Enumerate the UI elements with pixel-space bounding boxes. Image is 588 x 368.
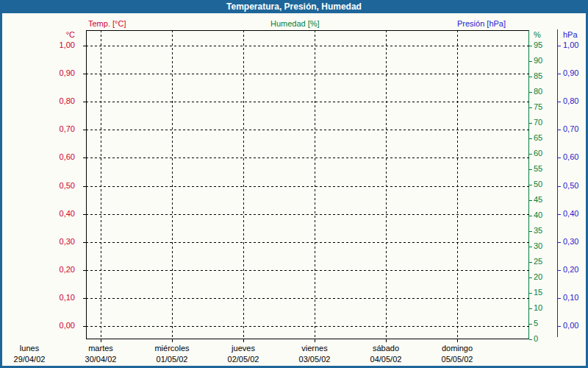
x-axis-tick	[101, 339, 101, 342]
humidity-tick-label: 30	[534, 241, 585, 251]
humidity-axis-tick	[529, 262, 532, 263]
legend-humidity: Humedad [%]	[270, 18, 320, 29]
y-gridline	[86, 298, 529, 299]
humidity-tick-label: 0	[534, 334, 585, 344]
temp-axis-tick	[83, 214, 86, 215]
humidity-axis-tick	[529, 185, 532, 185]
humidity-axis-tick	[529, 123, 532, 124]
x-gridline	[315, 30, 315, 339]
temp-tick-label: 0,10	[24, 293, 75, 302]
temp-tick-label: 0,40	[24, 209, 75, 219]
humidity-tick-label: 90	[534, 56, 585, 66]
temp-axis-tick	[83, 242, 86, 243]
left-axis-unit: °C	[24, 30, 75, 40]
day-label-group: sábado04/05/02	[351, 343, 421, 365]
day-label-group: miércoles01/05/02	[137, 343, 207, 365]
x-axis-tick	[172, 339, 173, 342]
humidity-tick-label: 65	[534, 133, 585, 143]
temp-tick-label: 0,90	[24, 68, 75, 78]
humidity-axis-tick	[529, 308, 532, 309]
humidity-tick-label: 15	[534, 288, 585, 297]
x-axis-tick	[386, 339, 387, 342]
humidity-tick-label: 75	[534, 102, 585, 112]
x-gridline	[243, 30, 244, 339]
temp-axis-tick	[83, 298, 86, 299]
legend-pressure: Presión [hPa]	[457, 18, 506, 29]
x-gridline	[172, 30, 173, 339]
y-gridline	[86, 158, 529, 158]
temp-axis-tick	[83, 158, 86, 158]
window-border-left	[0, 13, 2, 368]
y-gridline	[86, 130, 529, 130]
humidity-tick-label: 25	[534, 257, 585, 266]
temp-tick-label: 0,70	[24, 124, 75, 134]
y-gridline	[86, 46, 529, 46]
title-bar: Temperatura, Presión, Humedad	[0, 0, 588, 13]
humidity-axis-tick	[529, 92, 532, 93]
temp-axis-tick	[83, 270, 86, 271]
humidity-tick-label: 55	[534, 164, 585, 174]
day-name-label: viernes	[279, 343, 350, 354]
humidity-axis-tick	[529, 169, 532, 170]
x-gridline	[457, 30, 458, 339]
x-axis-tick	[457, 339, 458, 342]
temp-tick-label: 0,00	[24, 321, 75, 330]
day-label-group: domingo05/05/02	[422, 343, 492, 365]
temp-tick-label: 0,20	[24, 265, 75, 275]
day-date-label: 01/05/02	[137, 354, 207, 365]
humidity-axis-tick	[529, 138, 532, 139]
humidity-tick-label: 35	[534, 226, 585, 236]
humidity-tick-label: 95	[534, 40, 585, 50]
y-gridline	[86, 270, 529, 271]
humidity-axis-tick	[529, 154, 532, 155]
day-date-label: 29/04/02	[0, 354, 65, 365]
x-gridline	[386, 30, 387, 339]
day-label-group: viernes03/05/02	[279, 343, 350, 365]
pressure-axis-tick	[558, 270, 561, 271]
x-axis-tick	[243, 339, 244, 342]
temp-tick-label: 0,80	[24, 96, 75, 106]
temp-axis-tick	[83, 326, 86, 327]
temp-tick-label: 0,50	[24, 181, 75, 191]
pressure-axis-tick	[558, 130, 561, 130]
humidity-axis-tick	[529, 247, 532, 247]
day-name-label: miércoles	[137, 343, 207, 354]
y-gridline	[86, 242, 529, 243]
x-gridline	[101, 30, 101, 339]
percent-axis-unit: %	[534, 30, 541, 40]
humidity-axis-tick	[529, 324, 532, 325]
window-title: Temperatura, Presión, Humedad	[226, 1, 362, 12]
y-gridline	[86, 102, 529, 102]
pressure-axis-tick	[558, 298, 561, 299]
y-gridline	[86, 186, 529, 187]
day-date-label: 04/05/02	[351, 354, 421, 365]
day-name-label: martes	[65, 343, 136, 354]
humidity-axis-tick	[529, 293, 532, 294]
humidity-tick-label: 10	[534, 303, 585, 313]
humidity-axis-tick	[529, 277, 532, 278]
humidity-axis-tick	[529, 231, 532, 232]
humidity-axis-tick	[529, 216, 532, 216]
y-gridline	[86, 74, 529, 74]
y-gridline	[86, 326, 529, 327]
humidity-tick-label: 60	[534, 149, 585, 158]
day-name-label: domingo	[422, 343, 492, 354]
humidity-tick-label: 70	[534, 118, 585, 127]
day-label-group: martes30/04/02	[65, 343, 136, 365]
day-date-label: 02/05/02	[208, 354, 279, 365]
x-axis-tick	[315, 339, 315, 342]
temp-axis-tick	[83, 130, 86, 130]
humidity-tick-label: 5	[534, 319, 585, 328]
humidity-axis-tick	[529, 339, 532, 340]
day-name-label: lunes	[0, 343, 65, 354]
humidity-tick-label: 40	[534, 210, 585, 220]
humidity-axis-tick	[529, 46, 532, 46]
legend-temperature: Temp. [°C]	[88, 18, 126, 29]
temp-axis-tick	[83, 102, 86, 102]
pressure-axis-unit: hPa	[563, 30, 578, 40]
day-date-label: 05/05/02	[422, 354, 492, 365]
humidity-tick-label: 20	[534, 272, 585, 282]
temp-tick-label: 0,60	[24, 152, 75, 162]
temp-axis-tick	[83, 74, 86, 74]
day-label-group: lunes29/04/02	[0, 343, 65, 365]
